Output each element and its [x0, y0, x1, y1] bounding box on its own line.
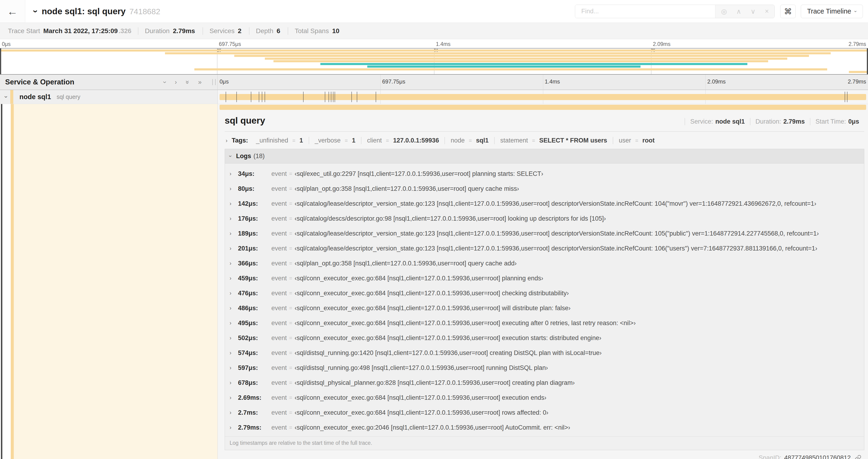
logs-header[interactable]: › Logs (18) [225, 149, 864, 163]
minimap-tick-label: 2.79ms [849, 41, 868, 47]
log-field-value: ‹sql/catalog/descs/descriptor.go:98 [nsq… [295, 215, 606, 222]
tags-section[interactable]: › Tags: _unfinished = 1 _verbose = 1 [225, 137, 864, 144]
minimap-canvas[interactable]: 25 50 75 [0, 48, 868, 75]
span-row-name-cell[interactable]: › node sql1 sql query [0, 90, 218, 104]
log-entry[interactable]: › 502μs: event = ‹sql/conn_executor_exec… [225, 330, 864, 346]
log-entry[interactable]: › 189μs: event = ‹sql/catalog/lease/desc… [225, 226, 864, 241]
log-expand-icon[interactable]: › [229, 305, 238, 312]
log-marker[interactable] [262, 92, 262, 102]
minimap-drag-handle-left[interactable] [0, 48, 1, 74]
log-marker[interactable] [331, 92, 331, 102]
log-entry[interactable]: › 678μs: event = ‹sql/distsql_physical_p… [225, 375, 864, 390]
log-timestamp: 2.79ms: [238, 424, 267, 431]
span-duration-bar[interactable] [220, 94, 866, 100]
collapse-children-icon[interactable]: › [3, 96, 9, 98]
log-field-key: event [271, 379, 287, 387]
log-entry[interactable]: › 486μs: event = ‹sql/conn_executor_exec… [225, 301, 864, 316]
log-field-value: ‹sql/catalog/lease/descriptor_version_st… [295, 230, 819, 237]
log-field-key: event [271, 305, 287, 312]
log-marker[interactable] [226, 92, 226, 102]
expand-all-icon[interactable]: » [198, 78, 202, 86]
log-expand-icon[interactable]: › [229, 230, 238, 237]
log-entry[interactable]: › 597μs: event = ‹sql/distsql_running.go… [225, 360, 864, 375]
log-entry[interactable]: › 176μs: event = ‹sql/catalog/descs/desc… [225, 211, 864, 226]
log-expand-icon[interactable]: › [229, 171, 238, 177]
detail-span-accent-bar[interactable] [220, 105, 866, 110]
equals-sign: = [635, 138, 638, 144]
deep-link-icon[interactable] [855, 455, 862, 459]
log-marker[interactable] [335, 92, 335, 102]
log-marker[interactable] [329, 92, 329, 102]
collapse-all-icon[interactable]: › [161, 81, 168, 83]
log-marker[interactable] [265, 92, 265, 102]
locate-icon[interactable]: ◎ [721, 7, 727, 15]
log-expand-icon[interactable]: › [229, 335, 238, 341]
log-entry[interactable]: › 495μs: event = ‹sql/conn_executor_exec… [225, 316, 864, 330]
log-entry[interactable]: › 201μs: event = ‹sql/catalog/lease/desc… [225, 241, 864, 256]
trace-view-select[interactable]: Trace Timeline › [801, 5, 863, 18]
find-input[interactable] [575, 5, 715, 18]
log-expand-icon[interactable]: › [229, 201, 238, 207]
log-field-value: ‹sql/conn_executor_exec.go:684 [nsql1,cl… [295, 290, 569, 297]
log-marker[interactable] [303, 92, 304, 102]
log-expand-icon[interactable]: › [229, 365, 238, 371]
back-button[interactable]: ← [0, 0, 25, 23]
log-entry[interactable]: › 574μs: event = ‹sql/distsql_running.go… [225, 346, 864, 360]
log-marker[interactable] [376, 92, 376, 102]
service-name[interactable]: node sql1 [19, 93, 51, 101]
trace-summary-bar: Trace Start March 31 2022, 17:25:09 .326… [0, 23, 868, 39]
log-expand-icon[interactable]: › [229, 275, 238, 282]
log-expand-icon[interactable]: › [229, 290, 238, 296]
ruler-tick-label: 0μs [218, 78, 229, 85]
column-resize-handle[interactable] [212, 79, 216, 85]
log-expand-icon[interactable]: › [229, 395, 238, 401]
log-expand-icon[interactable]: › [229, 424, 238, 431]
log-expand-icon[interactable]: › [229, 245, 238, 252]
next-match-icon[interactable]: ∨ [751, 7, 755, 15]
log-entry[interactable]: › 459μs: event = ‹sql/conn_executor_exec… [225, 271, 864, 286]
equals-sign: = [289, 245, 292, 252]
log-expand-icon[interactable]: › [229, 409, 238, 416]
log-marker[interactable] [847, 92, 847, 102]
log-expand-icon[interactable]: › [229, 260, 238, 267]
log-entry[interactable]: › 2.69ms: event = ‹sql/conn_executor_exe… [225, 390, 864, 405]
log-timestamp: 597μs: [238, 364, 267, 371]
log-marker[interactable] [236, 92, 237, 102]
collapse-trace-icon[interactable]: › [31, 10, 40, 13]
log-marker[interactable] [259, 92, 259, 102]
log-expand-icon[interactable]: › [229, 380, 238, 386]
log-entry[interactable]: › 34μs: event = ‹sql/exec_util.go:2297 [… [225, 166, 864, 181]
log-field-key: event [271, 409, 287, 416]
log-expand-icon[interactable]: › [229, 216, 238, 222]
log-marker[interactable] [351, 92, 352, 102]
log-expand-icon[interactable]: › [229, 186, 238, 192]
keyboard-shortcuts-button[interactable]: ⌘ [780, 5, 796, 18]
log-marker[interactable] [333, 92, 334, 102]
log-marker[interactable] [357, 92, 357, 102]
log-entry[interactable]: › 476μs: event = ‹sql/conn_executor_exec… [225, 286, 864, 301]
chevron-down-icon: › [853, 10, 859, 12]
tags-expand-icon[interactable]: › [226, 137, 227, 144]
service-operation-title: Service & Operation [5, 78, 164, 86]
log-marker[interactable] [325, 92, 325, 102]
log-field-value: ‹sql/distsql_running.go:1420 [nsql1,clie… [295, 349, 602, 357]
log-entry[interactable]: › 2.79ms: event = ‹sql/conn_executor_exe… [225, 420, 864, 435]
log-expand-icon[interactable]: › [229, 350, 238, 356]
logs-collapse-icon[interactable]: › [227, 155, 234, 157]
log-entry[interactable]: › 142μs: event = ‹sql/catalog/lease/desc… [225, 196, 864, 211]
log-entry[interactable]: › 2.7ms: event = ‹sql/conn_executor_exec… [225, 405, 864, 420]
collapse-deep-icon[interactable]: » [184, 80, 191, 84]
minimap-drag-handle-right[interactable] [867, 48, 868, 74]
prev-match-icon[interactable]: ∧ [736, 7, 741, 15]
log-entry[interactable]: › 80μs: event = ‹sql/plan_opt.go:358 [ns… [225, 181, 864, 196]
span-tree-indent-guide[interactable] [1, 104, 2, 459]
log-marker[interactable] [845, 92, 845, 102]
span-operation-title: sql query [225, 116, 685, 126]
minimap-span-bar [0, 50, 868, 52]
log-expand-icon[interactable]: › [229, 320, 238, 326]
log-entry[interactable]: › 366μs: event = ‹sql/plan_opt.go:358 [n… [225, 256, 864, 271]
log-field-value: ‹sql/distsql_physical_planner.go:828 [ns… [295, 379, 575, 387]
expand-one-icon[interactable]: › [175, 78, 177, 86]
log-marker[interactable] [251, 92, 251, 102]
clear-find-icon[interactable]: × [765, 7, 769, 15]
